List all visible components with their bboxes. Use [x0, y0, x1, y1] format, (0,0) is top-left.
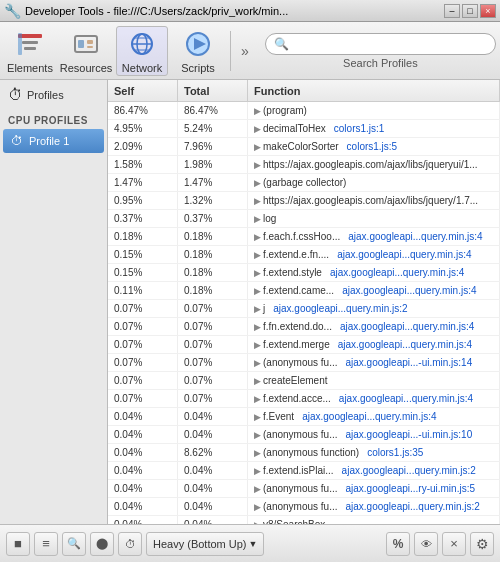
expand-arrow-icon[interactable]: ▶ — [254, 412, 261, 422]
expand-arrow-icon[interactable]: ▶ — [254, 232, 261, 242]
table-row[interactable]: 0.15%0.18%▶f.extend.e.fn....ajax.googlea… — [108, 246, 500, 264]
table-row[interactable]: 0.11%0.18%▶f.extend.came...ajax.googleap… — [108, 282, 500, 300]
table-row[interactable]: 0.07%0.07%▶f.extend.mergeajax.googleapi.… — [108, 336, 500, 354]
percent-button[interactable]: % — [386, 532, 410, 556]
search-input[interactable] — [293, 38, 487, 50]
table-row[interactable]: 0.37%0.37%▶log — [108, 210, 500, 228]
svg-rect-3 — [18, 33, 22, 55]
expand-arrow-icon[interactable]: ▶ — [254, 268, 261, 278]
table-row[interactable]: 0.07%0.07%▶(anonymous fu...ajax.googleap… — [108, 354, 500, 372]
expand-arrow-icon[interactable]: ▶ — [254, 484, 261, 494]
function-name: makeColorSorter — [263, 141, 339, 152]
function-link[interactable]: ajax.googleapi...query.min.js:2 — [345, 501, 479, 512]
function-link[interactable]: colors1.js:5 — [347, 141, 398, 152]
expand-arrow-icon[interactable]: ▶ — [254, 304, 261, 314]
expand-arrow-icon[interactable]: ▶ — [254, 376, 261, 386]
function-link[interactable]: ajax.googleapi...query.min.js:4 — [342, 285, 476, 296]
expand-arrow-icon[interactable]: ▶ — [254, 466, 261, 476]
expand-arrow-icon[interactable]: ▶ — [254, 322, 261, 332]
function-link[interactable]: ajax.googleapi...ry-ui.min.js:5 — [345, 483, 475, 494]
function-link[interactable]: ajax.googleapi...query.min.js:4 — [338, 339, 472, 350]
more-tools-button[interactable]: » — [237, 43, 253, 59]
function-link[interactable]: ajax.googleapi...-ui.min.js:10 — [345, 429, 472, 440]
function-link[interactable]: ajax.googleapi...query.min.js:4 — [330, 267, 464, 278]
expand-arrow-icon[interactable]: ▶ — [254, 340, 261, 350]
toolbar-elements-button[interactable]: Elements — [4, 26, 56, 76]
table-row[interactable]: 0.07%0.07%▶jajax.googleapi...query.min.j… — [108, 300, 500, 318]
table-row[interactable]: 0.04%0.04%▶f.extend.isPlai...ajax.google… — [108, 462, 500, 480]
table-row[interactable]: 0.07%0.07%▶f.fn.extend.do...ajax.googlea… — [108, 318, 500, 336]
table-row[interactable]: 0.15%0.18%▶f.extend.styleajax.googleapi.… — [108, 264, 500, 282]
minimize-button[interactable]: – — [444, 4, 460, 18]
expand-arrow-icon[interactable]: ▶ — [254, 502, 261, 512]
cell-self: 0.15% — [108, 246, 178, 263]
maximize-button[interactable]: □ — [462, 4, 478, 18]
expand-arrow-icon[interactable]: ▶ — [254, 214, 261, 224]
record-button[interactable]: ⬤ — [90, 532, 114, 556]
table-row[interactable]: 0.07%0.07%▶createElement — [108, 372, 500, 390]
toolbar-separator — [230, 31, 231, 71]
table-row[interactable]: 1.58%1.98%▶https://ajax.googleapis.com/a… — [108, 156, 500, 174]
function-link[interactable]: ajax.googleapi...query.min.js:4 — [348, 231, 482, 242]
expand-arrow-icon[interactable]: ▶ — [254, 160, 261, 170]
cell-function: ▶f.extend.acce...ajax.googleapi...query.… — [248, 390, 500, 407]
table-row[interactable]: 0.04%0.04%▶(anonymous fu...ajax.googleap… — [108, 426, 500, 444]
cell-function: ▶(anonymous fu...ajax.googleapi...query.… — [248, 498, 500, 515]
function-link[interactable]: ajax.googleapi...query.min.js:2 — [273, 303, 407, 314]
expand-arrow-icon[interactable]: ▶ — [254, 124, 261, 134]
function-link[interactable]: ajax.googleapi...-ui.min.js:14 — [345, 357, 472, 368]
table-row[interactable]: 4.95%5.24%▶decimalToHexcolors1.js:1 — [108, 120, 500, 138]
expand-arrow-icon[interactable]: ▶ — [254, 286, 261, 296]
cell-self: 1.58% — [108, 156, 178, 173]
table-row[interactable]: 0.07%0.07%▶f.extend.acce...ajax.googleap… — [108, 390, 500, 408]
view-dropdown[interactable]: Heavy (Bottom Up) ▼ — [146, 532, 264, 556]
function-link[interactable]: ajax.googleapi...query.min.js:4 — [337, 249, 471, 260]
expand-arrow-icon[interactable]: ▶ — [254, 142, 261, 152]
elements-icon — [14, 28, 46, 60]
table-row[interactable]: 0.04%0.04%▶f.Eventajax.googleapi...query… — [108, 408, 500, 426]
toolbar-resources-button[interactable]: Resources — [60, 26, 112, 76]
function-link[interactable]: colors1.js:1 — [334, 123, 385, 134]
toolbar: Elements Resources Network — [0, 22, 500, 80]
table-row[interactable]: 0.04%0.04%▶(anonymous fu...ajax.googleap… — [108, 480, 500, 498]
timer-button[interactable]: ⏱ — [118, 532, 142, 556]
eye-button[interactable]: 👁 — [414, 532, 438, 556]
sidebar-item-profile1[interactable]: ⏱ Profile 1 — [3, 129, 104, 153]
scripts-icon — [182, 28, 214, 60]
table-row[interactable]: 0.04%0.04%▶v8/SearchBox — [108, 516, 500, 524]
expand-arrow-icon[interactable]: ▶ — [254, 106, 261, 116]
function-name: (anonymous fu... — [263, 501, 337, 512]
function-link[interactable]: ajax.googleapi...query.min.js:4 — [339, 393, 473, 404]
close-panel-button[interactable]: × — [442, 532, 466, 556]
table-row[interactable]: 86.47%86.47%▶(program) — [108, 102, 500, 120]
table-row[interactable]: 0.18%0.18%▶f.each.f.cssHoo...ajax.google… — [108, 228, 500, 246]
function-link[interactable]: ajax.googleapi...query.min.js:2 — [342, 465, 476, 476]
expand-arrow-icon[interactable]: ▶ — [254, 178, 261, 188]
toolbar-network-button[interactable]: Network — [116, 26, 168, 76]
settings-button[interactable]: ⚙ — [470, 532, 494, 556]
stop-button[interactable]: ■ — [6, 532, 30, 556]
function-link[interactable]: ajax.googleapi...query.min.js:4 — [302, 411, 436, 422]
function-link[interactable]: ajax.googleapi...query.min.js:4 — [340, 321, 474, 332]
expand-arrow-icon[interactable]: ▶ — [254, 448, 261, 458]
table-row[interactable]: 2.09%7.96%▶makeColorSortercolors1.js:5 — [108, 138, 500, 156]
table-row[interactable]: 0.04%0.04%▶(anonymous fu...ajax.googleap… — [108, 498, 500, 516]
expand-arrow-icon[interactable]: ▶ — [254, 430, 261, 440]
expand-arrow-icon[interactable]: ▶ — [254, 520, 261, 525]
expand-arrow-icon[interactable]: ▶ — [254, 358, 261, 368]
toolbar-scripts-button[interactable]: Scripts — [172, 26, 224, 76]
table-row[interactable]: 1.47%1.47%▶(garbage collector) — [108, 174, 500, 192]
function-name: (program) — [263, 105, 307, 116]
function-link[interactable]: colors1.js:35 — [367, 447, 423, 458]
cell-function: ▶(program) — [248, 102, 500, 119]
expand-arrow-icon[interactable]: ▶ — [254, 196, 261, 206]
cpu-profiles-title: CPU PROFILES — [0, 109, 107, 128]
search-label: Search Profiles — [265, 57, 496, 69]
table-row[interactable]: 0.04%8.62%▶(anonymous function)colors1.j… — [108, 444, 500, 462]
list-button[interactable]: ≡ — [34, 532, 58, 556]
close-button[interactable]: × — [480, 4, 496, 18]
table-row[interactable]: 0.95%1.32%▶https://ajax.googleapis.com/a… — [108, 192, 500, 210]
expand-arrow-icon[interactable]: ▶ — [254, 250, 261, 260]
search-bottom-button[interactable]: 🔍 — [62, 532, 86, 556]
expand-arrow-icon[interactable]: ▶ — [254, 394, 261, 404]
